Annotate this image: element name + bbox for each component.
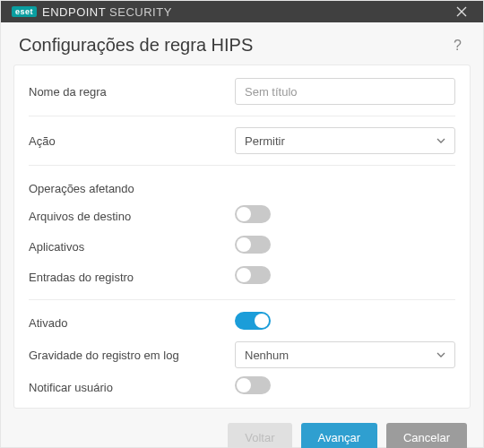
rule-name-label: Nome da regra — [29, 85, 235, 99]
cancel-button[interactable]: Cancelar — [386, 423, 467, 448]
notify-user-toggle[interactable] — [235, 376, 271, 394]
next-button[interactable]: Avançar — [301, 423, 377, 448]
row-notify-user: Notificar usuário — [29, 372, 455, 402]
brand-main: ENDPOINT — [42, 5, 106, 19]
help-icon: ? — [454, 38, 462, 53]
log-severity-select[interactable]: Nenhum — [235, 341, 455, 368]
registry-entries-label: Entradas do registro — [29, 271, 235, 284]
titlebar: eset ENDPOINT SECURITY — [1, 1, 483, 22]
chevron-down-icon — [436, 138, 445, 143]
enabled-label: Ativado — [29, 316, 235, 330]
help-button[interactable]: ? — [450, 36, 465, 56]
action-select-value: Permitir — [245, 134, 285, 148]
settings-panel: Nome da regra Ação Permitir Operações af… — [13, 65, 471, 409]
divider — [29, 165, 455, 166]
enabled-toggle[interactable] — [235, 312, 271, 330]
row-action: Ação Permitir — [29, 124, 455, 158]
applications-label: Aplicativos — [29, 240, 235, 254]
action-select[interactable]: Permitir — [235, 127, 455, 154]
close-button[interactable] — [451, 1, 472, 22]
log-severity-label: Gravidade do registro em log — [29, 349, 235, 362]
row-target-files: Arquivos de destino — [29, 201, 455, 231]
registry-entries-toggle[interactable] — [235, 266, 271, 284]
divider — [29, 299, 455, 300]
applications-toggle[interactable] — [235, 236, 271, 254]
chevron-down-icon — [436, 352, 445, 358]
log-severity-select-value: Nenhum — [245, 349, 289, 362]
brand-sub: SECURITY — [109, 5, 172, 19]
rule-name-input[interactable] — [235, 78, 455, 105]
row-applications: Aplicativos — [29, 231, 455, 262]
divider — [29, 116, 455, 116]
dialog-window: eset ENDPOINT SECURITY Configurações de … — [0, 0, 484, 448]
target-files-label: Arquivos de destino — [29, 210, 235, 223]
row-registry-entries: Entradas do registro — [29, 262, 455, 292]
row-rule-name: Nome da regra — [29, 74, 455, 108]
target-files-toggle[interactable] — [235, 205, 271, 223]
action-label: Ação — [29, 134, 235, 148]
back-button: Voltar — [228, 423, 291, 448]
row-enabled: Ativado — [29, 307, 455, 338]
dialog-footer: Voltar Avançar Cancelar — [1, 409, 483, 448]
close-icon — [456, 6, 467, 17]
operations-section-label: Operações afetando — [29, 173, 455, 201]
subheader: Configurações de regra HIPS ? — [1, 22, 483, 65]
brand-text: ENDPOINT SECURITY — [42, 5, 172, 19]
row-log-severity: Gravidade do registro em log Nenhum — [29, 338, 455, 372]
notify-user-label: Notificar usuário — [29, 381, 235, 394]
brand-badge: eset — [12, 6, 37, 17]
page-title: Configurações de regra HIPS — [19, 35, 450, 56]
